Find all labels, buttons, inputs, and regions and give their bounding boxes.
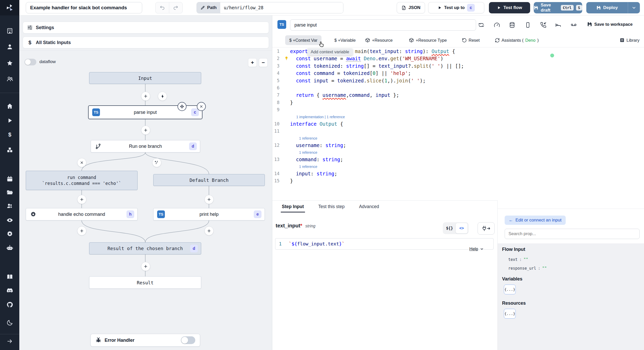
code-line-11[interactable]: 11: [272, 127, 644, 135]
expression-editor[interactable]: 1 `${flow_input.text}`: [275, 238, 494, 250]
sidebar-item-folder-icon[interactable]: [0, 189, 19, 197]
template-mode-button[interactable]: ${}: [444, 223, 455, 233]
node-default-branch[interactable]: Default Branch: [153, 174, 265, 186]
tab-step-input[interactable]: Step Input: [282, 201, 304, 212]
save-draft-button[interactable]: Save draft Ctrl S: [534, 2, 582, 13]
code-line-6[interactable]: 6: [272, 84, 644, 91]
sidebar-item-home-icon[interactable]: [0, 102, 19, 110]
tab-advanced[interactable]: Advanced: [359, 201, 379, 212]
codelens-link[interactable]: 1 reference: [299, 163, 644, 170]
delete-step-button[interactable]: [197, 102, 206, 111]
flow-title-input[interactable]: [26, 2, 142, 13]
redo-icon[interactable]: [169, 2, 183, 13]
sidebar-item-book-icon[interactable]: [0, 273, 19, 281]
move-step-button[interactable]: [177, 102, 187, 111]
add-step-button[interactable]: [205, 195, 214, 204]
add-context-var-button[interactable]: $ +Context Var: [285, 35, 321, 45]
sidebar-item-dollar-icon[interactable]: $: [0, 131, 19, 139]
deploy-button[interactable]: Deploy: [586, 2, 640, 13]
code-line-10[interactable]: 10interface Output {: [272, 120, 644, 127]
add-resource-type-button[interactable]: +Resource Type: [409, 35, 447, 45]
sidebar-item-calendar-icon[interactable]: [0, 175, 19, 183]
test-up-to-button[interactable]: Test up to c: [428, 2, 484, 13]
undo-icon[interactable]: [156, 2, 169, 13]
codelens-link[interactable]: 1 implementation | 1 reference: [296, 114, 644, 121]
step-gauge-icon[interactable]: [494, 22, 500, 28]
help-link[interactable]: Help: [469, 246, 484, 251]
node-print-help[interactable]: TS print help e: [153, 208, 265, 220]
code-line-5[interactable]: 5 const input = tokenized.slice(1,).join…: [272, 77, 644, 84]
edit-or-connect-button[interactable]: ← Edit or connect an input: [505, 216, 566, 225]
code-line-2[interactable]: 2 const username = await Deno.env.get('W…: [272, 55, 644, 62]
add-branch-button[interactable]: [152, 158, 161, 167]
sidebar-item-boxes-icon[interactable]: [0, 146, 19, 154]
add-variable-button[interactable]: $ +Variable: [334, 35, 356, 45]
node-result[interactable]: Result: [89, 276, 201, 289]
sidebar-item-gear-icon[interactable]: [0, 230, 19, 238]
step-name-input[interactable]: [290, 19, 476, 31]
code-line-4[interactable]: 4 const command = tokenized[0] || 'help'…: [272, 70, 644, 77]
tab-test-this-step[interactable]: Test this step: [318, 201, 345, 212]
node-branch-result[interactable]: Result of the chosen branch d: [89, 242, 201, 254]
save-to-workspace-button[interactable]: Save to workspace: [587, 22, 633, 27]
step-repeat-icon[interactable]: [478, 22, 484, 28]
sidebar-item-user-icon[interactable]: [0, 43, 19, 51]
resources-expand-chip[interactable]: {...}: [504, 309, 516, 319]
step-bed-icon[interactable]: [555, 22, 561, 28]
code-line-13[interactable]: 13 command: string;: [272, 156, 644, 163]
code-line-8[interactable]: 8}: [272, 99, 644, 106]
json-button[interactable]: JSON: [397, 2, 425, 13]
code-line-12[interactable]: 12 username: string;: [272, 142, 644, 149]
node-error-handler[interactable]: Error Handler: [90, 334, 200, 347]
code-line-14[interactable]: 14 input: string;: [272, 170, 644, 177]
prop-row-text[interactable]: text:"": [508, 257, 528, 262]
add-step-button[interactable]: [141, 262, 150, 271]
sidebar-item-moon-icon[interactable]: [0, 319, 19, 327]
test-flow-button[interactable]: Test flow: [489, 2, 530, 13]
add-step-button[interactable]: [77, 226, 86, 235]
sidebar-item-arrow-right-icon[interactable]: [0, 337, 19, 345]
sidebar-item-github-icon[interactable]: [0, 301, 19, 309]
node-run-command-branch[interactable]: run command `results.c.command === 'echo…: [26, 171, 138, 190]
prop-row-response-url[interactable]: response_url:"": [508, 266, 547, 271]
sidebar-item-robot-icon[interactable]: [0, 244, 19, 252]
code-content[interactable]: 1export async function main(text_input: …: [272, 48, 644, 185]
add-step-button[interactable]: [205, 226, 214, 235]
sidebar-item-building-icon[interactable]: [0, 27, 19, 35]
quickfix-lightbulb-icon[interactable]: [284, 56, 289, 61]
assistants-button[interactable]: Assistants (Deno): [495, 35, 539, 45]
add-step-button[interactable]: [77, 195, 86, 204]
step-phone-incoming-icon[interactable]: [540, 22, 546, 28]
codelens-link[interactable]: 1 reference: [299, 135, 644, 142]
node-handle-echo-command[interactable]: handle echo command h: [26, 208, 138, 220]
codelens-link[interactable]: 1 reference: [299, 149, 644, 156]
code-line-3[interactable]: 3 const tokenized: string[] = text_input…: [272, 62, 644, 70]
windmill-logo-icon[interactable]: [0, 0, 19, 15]
code-mode-button[interactable]: <>: [455, 223, 468, 234]
remove-branch-button[interactable]: [77, 158, 86, 167]
code-line-9[interactable]: 9: [272, 106, 644, 113]
sidebar-item-users-gear-icon[interactable]: [0, 202, 19, 210]
code-line-7[interactable]: 7 return { username,command, input };: [272, 91, 644, 99]
sidebar-item-users-icon[interactable]: [0, 75, 19, 83]
trigger-bolt-button[interactable]: [158, 92, 167, 101]
sidebar-item-play-icon[interactable]: [0, 117, 19, 124]
add-step-button[interactable]: [141, 126, 150, 135]
add-resource-button[interactable]: +Resource: [365, 35, 393, 45]
prop-search-input[interactable]: [505, 229, 640, 239]
sidebar-item-discord-icon[interactable]: [0, 287, 19, 294]
variables-expand-chip[interactable]: {...}: [504, 285, 516, 294]
error-handler-toggle[interactable]: [181, 336, 195, 344]
sidebar-item-star-icon[interactable]: [0, 59, 19, 67]
step-database-icon[interactable]: [509, 22, 515, 28]
node-input[interactable]: Input: [89, 72, 201, 84]
sidebar-item-eye-icon[interactable]: [0, 216, 19, 224]
reset-button[interactable]: Reset: [462, 35, 480, 45]
node-run-one-branch[interactable]: Run one branch d: [91, 140, 200, 152]
code-line-15[interactable]: 15}: [272, 177, 644, 184]
deploy-dropdown-chevron-icon[interactable]: [628, 5, 640, 10]
connect-input-button[interactable]: [478, 222, 495, 235]
step-smartphone-icon[interactable]: [525, 22, 531, 28]
path-input[interactable]: [220, 2, 343, 13]
step-voicemail-icon[interactable]: [571, 22, 577, 28]
